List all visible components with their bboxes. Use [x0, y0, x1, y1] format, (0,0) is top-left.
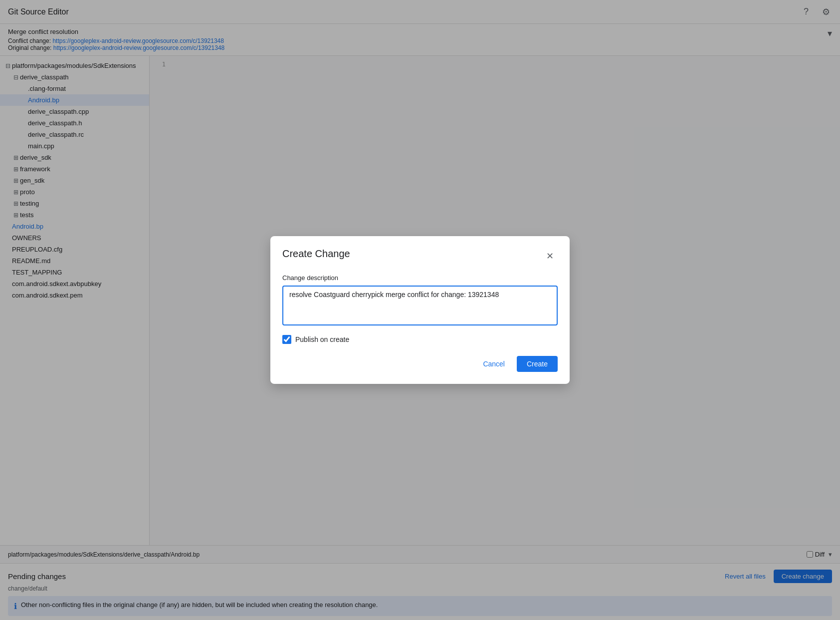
modal-create-button[interactable]: Create [517, 356, 558, 372]
modal-close-button[interactable]: ✕ [542, 248, 558, 264]
modal-overlay: Create Change ✕ Change description resol… [0, 0, 840, 620]
modal-cancel-button[interactable]: Cancel [475, 356, 513, 372]
publish-on-create-checkbox[interactable] [282, 335, 291, 344]
modal-checkbox-row: Publish on create [282, 335, 558, 344]
modal-footer: Cancel Create [282, 356, 558, 372]
modal-description-input[interactable]: resolve Coastguard cherrypick merge conf… [282, 286, 558, 325]
publish-on-create-label: Publish on create [295, 335, 349, 343]
modal-title: Create Change [282, 248, 350, 260]
main-layout: Merge conflict resolution Conflict chang… [0, 24, 840, 620]
modal-header: Create Change ✕ [282, 248, 558, 264]
modal-description-label: Change description [282, 274, 558, 282]
create-change-modal: Create Change ✕ Change description resol… [270, 236, 570, 384]
